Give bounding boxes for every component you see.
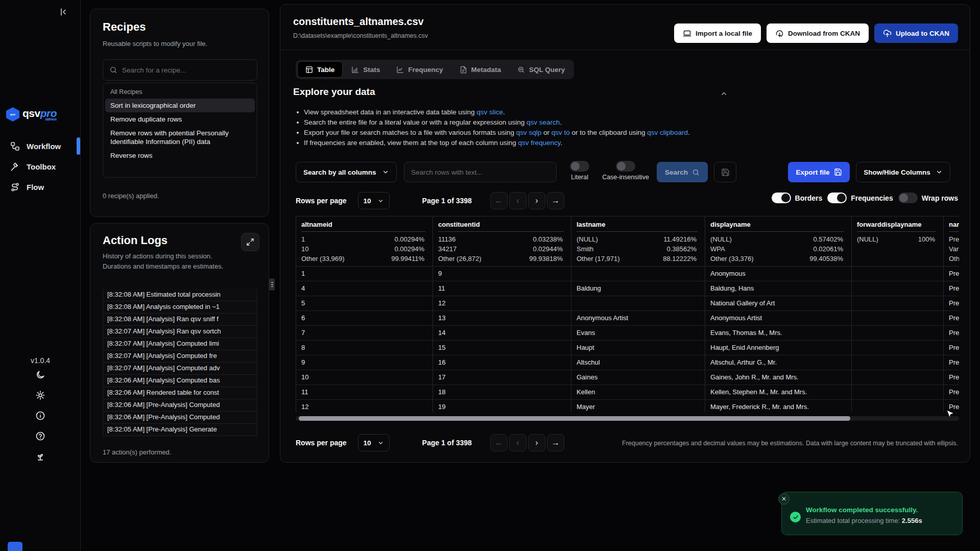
panel-resize-handle[interactable] xyxy=(269,278,275,291)
table-cell[interactable]: 8 xyxy=(296,341,433,355)
prev-page-button[interactable]: ‹ xyxy=(509,434,527,451)
table-row[interactable]: 916AltschulAltschul, Arthur G., Mr.Pre xyxy=(296,355,959,370)
table-cell[interactable]: 15 xyxy=(433,341,571,355)
collapse-explore-button[interactable] xyxy=(719,88,729,99)
table-cell[interactable]: Kellen, Stephen M., Mr. and Mrs. xyxy=(705,385,852,400)
table-cell[interactable]: 18 xyxy=(433,385,571,400)
table-row[interactable]: 815HauptHaupt, Enid AnnenbergPre xyxy=(296,341,959,355)
table-cell[interactable]: Haupt xyxy=(571,341,705,355)
table-cell[interactable]: Mayer, Frederick R., Mr. and Mrs. xyxy=(705,400,852,412)
sidebar-item-workflow[interactable]: Workflow xyxy=(0,136,81,156)
recipe-search-input[interactable] xyxy=(122,66,251,74)
table-cell[interactable]: Pre xyxy=(944,385,959,400)
table-row[interactable]: 19AnonymousPre xyxy=(296,267,959,281)
prev-page-button[interactable]: ‹ xyxy=(509,192,527,209)
table-cell[interactable]: 9 xyxy=(296,355,433,370)
table-cell[interactable]: Kellen xyxy=(571,385,705,400)
table-cell[interactable]: Gaines, John R., Mr. and Mrs. xyxy=(705,370,852,385)
table-cell[interactable]: 13 xyxy=(433,311,571,326)
sprout-button[interactable] xyxy=(34,450,46,463)
table-cell[interactable]: 6 xyxy=(296,311,433,326)
table-cell[interactable]: Mayer xyxy=(571,400,705,412)
table-cell[interactable] xyxy=(852,385,944,400)
frequencies-toggle[interactable] xyxy=(827,193,847,203)
table-row[interactable]: 1219MayerMayer, Frederick R., Mr. and Mr… xyxy=(296,400,959,412)
table-cell[interactable]: 19 xyxy=(433,400,571,412)
recipe-item[interactable]: Sort in lexicographical order xyxy=(105,99,255,112)
column-header[interactable]: constituentid111360.03238%342170.02944%O… xyxy=(433,217,571,266)
table-cell[interactable]: Pre xyxy=(944,267,959,281)
export-file-button[interactable]: Export file xyxy=(788,162,850,182)
table-row[interactable]: 613Anonymous ArtistAnonymous ArtistPre xyxy=(296,311,959,326)
table-cell[interactable]: National Gallery of Art xyxy=(705,296,852,311)
table-cell[interactable]: Gaines xyxy=(571,370,705,385)
case-insensitive-toggle[interactable] xyxy=(616,161,635,172)
show-hide-columns-button[interactable]: Show/Hide Columns xyxy=(856,162,950,182)
data-table[interactable]: altnameid10.00294%100.00294%Other (33,96… xyxy=(296,216,959,412)
table-cell[interactable]: 1 xyxy=(296,267,433,281)
help-button[interactable] xyxy=(34,430,46,442)
table-row[interactable]: 411BaldungBaldung, HansPre xyxy=(296,281,959,296)
toast-close-button[interactable]: ✕ xyxy=(778,493,790,505)
recipe-item[interactable]: Remove duplicate rows xyxy=(105,112,255,126)
tab-metadata[interactable]: Metadata xyxy=(452,61,509,78)
table-row[interactable]: 512National Gallery of ArtPre xyxy=(296,296,959,311)
table-cell[interactable]: 11 xyxy=(433,281,571,296)
literal-toggle[interactable] xyxy=(570,161,589,172)
next-page-button[interactable]: › xyxy=(528,192,545,209)
import-local-file-button[interactable]: Import a local file xyxy=(674,23,761,43)
qsv-command-link[interactable]: qsv to xyxy=(552,129,570,136)
table-cell[interactable]: 17 xyxy=(433,370,571,385)
table-cell[interactable]: 4 xyxy=(296,281,433,296)
table-cell[interactable] xyxy=(852,370,944,385)
table-cell[interactable]: Evans xyxy=(571,326,705,341)
table-cell[interactable]: Evans, Thomas M., Mrs. xyxy=(705,326,852,341)
next-page-button[interactable]: › xyxy=(528,434,545,451)
table-cell[interactable]: Pre xyxy=(944,370,959,385)
qsv-command-link[interactable]: qsv slice xyxy=(476,108,503,116)
table-cell[interactable]: Baldung xyxy=(571,281,705,296)
column-header[interactable]: lastname(NULL)11.49216%Smith0.38562%Othe… xyxy=(571,217,705,266)
horizontal-scrollbar[interactable] xyxy=(296,416,959,421)
table-cell[interactable] xyxy=(571,267,705,281)
table-cell[interactable]: 10 xyxy=(296,370,433,385)
table-cell[interactable]: Baldung, Hans xyxy=(705,281,852,296)
qsv-command-link[interactable]: qsv sqlp xyxy=(516,129,542,136)
qsv-command-link[interactable]: qsv search xyxy=(527,118,560,126)
collapse-sidebar-button[interactable] xyxy=(57,5,71,19)
download-from-ckan-button[interactable]: Download from CKAN xyxy=(767,23,869,43)
table-cell[interactable]: Haupt, Enid Annenberg xyxy=(705,341,852,355)
column-header[interactable]: forwarddisplayname(NULL)100% xyxy=(852,217,944,266)
last-page-button[interactable]: → xyxy=(547,434,564,451)
tab-frequency[interactable]: Frequency xyxy=(389,61,450,78)
borders-toggle[interactable] xyxy=(772,193,791,203)
table-cell[interactable]: Anonymous xyxy=(705,267,852,281)
table-cell[interactable]: Pre xyxy=(944,281,959,296)
table-cell[interactable]: Pre xyxy=(944,311,959,326)
upload-to-ckan-button[interactable]: Upload to CKAN xyxy=(874,23,958,43)
search-column-select[interactable]: Search by all columns xyxy=(296,162,397,182)
table-cell[interactable]: Pre xyxy=(944,296,959,311)
table-cell[interactable]: 12 xyxy=(296,400,433,412)
scrollbar-thumb[interactable] xyxy=(299,416,850,421)
tab-stats[interactable]: Stats xyxy=(344,61,388,78)
table-cell[interactable]: 14 xyxy=(433,326,571,341)
table-cell[interactable]: 16 xyxy=(433,355,571,370)
table-row[interactable]: 714EvansEvans, Thomas M., Mrs.Pre xyxy=(296,326,959,341)
table-cell[interactable] xyxy=(852,281,944,296)
table-cell[interactable] xyxy=(852,267,944,281)
column-header[interactable]: nanPreVarOth xyxy=(944,217,959,266)
rows-per-page-select[interactable]: 10 xyxy=(358,192,390,209)
last-page-button[interactable]: → xyxy=(547,192,564,209)
table-cell[interactable]: 11 xyxy=(296,385,433,400)
rows-per-page-select[interactable]: 10 xyxy=(358,434,390,451)
table-cell[interactable]: 7 xyxy=(296,326,433,341)
table-cell[interactable]: 12 xyxy=(433,296,571,311)
tab-table[interactable]: Table xyxy=(297,61,343,78)
recipe-item[interactable]: Remove rows with potential Personally Id… xyxy=(105,126,255,149)
sidebar-item-flow[interactable]: Flow xyxy=(0,177,81,197)
table-cell[interactable] xyxy=(852,355,944,370)
table-cell[interactable] xyxy=(852,341,944,355)
table-cell[interactable]: Pre xyxy=(944,355,959,370)
wrap-rows-toggle[interactable] xyxy=(898,193,918,203)
